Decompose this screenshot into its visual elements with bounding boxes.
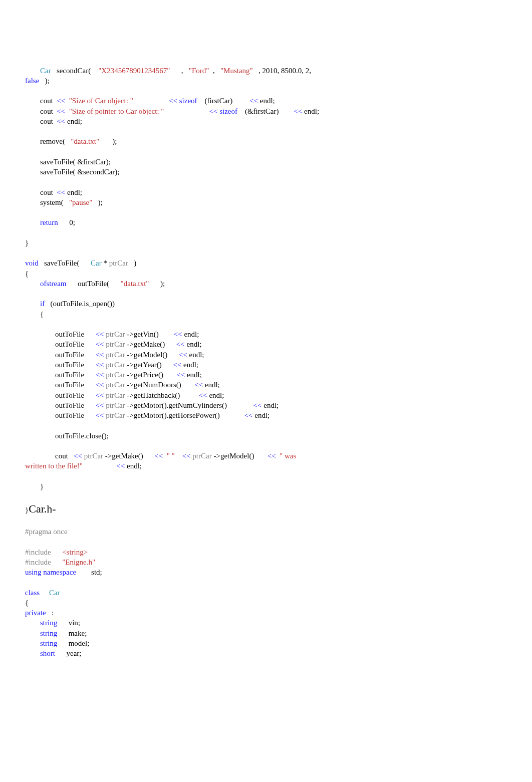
code-line: outToFile << ptrCar ->getNumDoors() << e… bbox=[25, 381, 220, 389]
code-line: } bbox=[25, 239, 29, 247]
code-line: outToFile << ptrCar ->getModel() << endl… bbox=[25, 351, 204, 359]
code-line: ofstream outToFile( "data.txt" ); bbox=[25, 280, 165, 288]
type-car: Car bbox=[40, 67, 51, 75]
code-line: outToFile << ptrCar ->getMake() << endl; bbox=[25, 340, 201, 348]
code-line: #include "Enigne.h" bbox=[25, 558, 95, 566]
code-block: Car secondCar( "X2345678901234567" , "Fo… bbox=[25, 45, 507, 658]
code-line: if (outToFile.is_open()) bbox=[25, 300, 115, 308]
code-line: #include <string> bbox=[25, 548, 88, 556]
code-line: cout << endl; bbox=[25, 117, 82, 125]
code-line: cout << endl; bbox=[25, 188, 82, 196]
code-line: { bbox=[25, 310, 44, 318]
code-line: string model; bbox=[25, 639, 89, 647]
section-title-car-h: Car.h- bbox=[29, 502, 56, 515]
code-line: cout << ptrCar ->getMake() << " " << ptr… bbox=[25, 452, 298, 460]
code-line: outToFile << ptrCar ->getMotor().getHors… bbox=[25, 411, 270, 419]
heading-line: }Car.h- bbox=[25, 506, 56, 514]
code-line: outToFile << ptrCar ->getMotor().getNumC… bbox=[25, 401, 279, 409]
code-line: false ); bbox=[25, 77, 50, 85]
code-line: outToFile << ptrCar ->getVin() << endl; bbox=[25, 330, 199, 338]
code-line: outToFile << ptrCar ->getPrice() << endl… bbox=[25, 371, 202, 379]
code-line: outToFile.close(); bbox=[25, 432, 109, 440]
code-line: short year; bbox=[25, 649, 81, 657]
code-line: } bbox=[25, 482, 44, 490]
code-line: string make; bbox=[25, 629, 87, 637]
code-line: class Car bbox=[25, 589, 60, 597]
code-line: Car secondCar( "X2345678901234567" , "Fo… bbox=[25, 67, 313, 75]
code-line: system( "pause" ); bbox=[25, 198, 103, 206]
code-line: cout << "Size of pointer to Car object: … bbox=[25, 107, 319, 115]
code-line: using namespace std; bbox=[25, 568, 102, 576]
code-line: saveToFile( &firstCar); bbox=[25, 158, 111, 166]
code-line: outToFile << ptrCar ->getHatchback() << … bbox=[25, 391, 224, 399]
code-line: outToFile << ptrCar ->getYear() << endl; bbox=[25, 361, 198, 369]
code-line: saveToFile( &secondCar); bbox=[25, 168, 120, 176]
code-line: string vin; bbox=[25, 619, 80, 627]
pragma-directive: #pragma once bbox=[25, 528, 68, 536]
code-line: { bbox=[25, 599, 29, 607]
document-page: Car secondCar( "X2345678901234567" , "Fo… bbox=[0, 0, 532, 782]
code-line: written to the file!" << endl; bbox=[25, 462, 142, 470]
code-line: remove( "data.txt" ); bbox=[25, 137, 117, 145]
code-line: void saveToFile( Car * ptrCar ) bbox=[25, 259, 136, 267]
code-line: return 0; bbox=[25, 218, 75, 226]
code-line: private : bbox=[25, 609, 54, 617]
code-line: { bbox=[25, 270, 29, 278]
code-line: cout << "Size of Car object: " << sizeof… bbox=[25, 97, 275, 105]
